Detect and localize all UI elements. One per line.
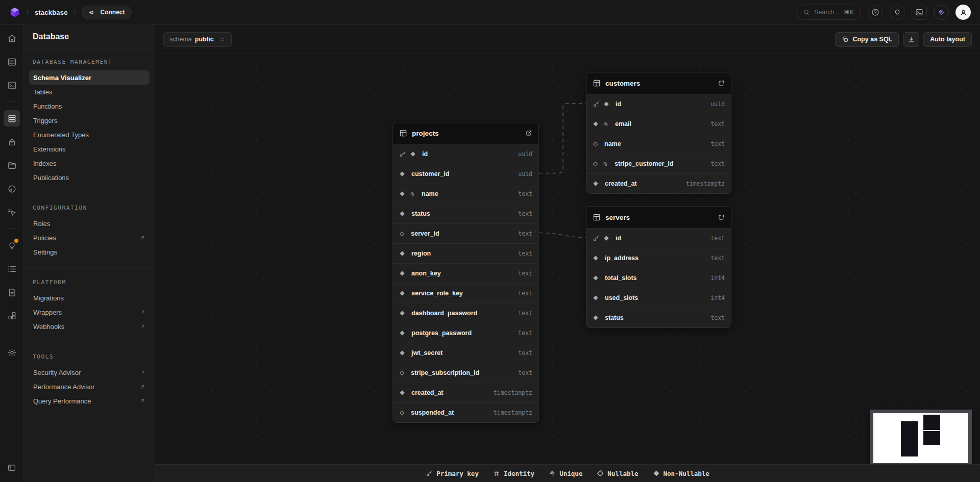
column-row-status[interactable]: status text	[586, 308, 731, 327]
column-type: text	[518, 310, 532, 317]
sidebar-item-tables[interactable]: Tables	[29, 85, 150, 99]
rail-item-advisors-lightbulb[interactable]	[4, 237, 20, 253]
sidebar-item-extensions[interactable]: Extensions	[29, 142, 150, 156]
rail-item-reports-file[interactable]	[4, 284, 20, 300]
auto-layout-button[interactable]: Auto layout	[923, 32, 972, 47]
rail-item-collapse-panel[interactable]	[4, 460, 20, 476]
external-link-icon[interactable]	[718, 80, 725, 87]
table-node-servers[interactable]: servers id text ip_address text total_sl…	[586, 206, 731, 328]
nonnullable-diamond-icon	[399, 171, 405, 177]
column-type: uuid	[518, 150, 532, 158]
primary-key-icon	[426, 470, 433, 477]
legend-item-unique: Unique	[549, 470, 582, 477]
rail-item-table-editor[interactable]	[4, 54, 20, 70]
nullable-diamond-icon	[593, 161, 598, 167]
rail-item-auth-lock[interactable]	[4, 134, 20, 150]
column-row-service_role_key[interactable]: service_role_key text	[393, 283, 538, 303]
minimap[interactable]	[870, 410, 972, 467]
sidebar-item-publications[interactable]: Publications	[29, 170, 150, 185]
sidebar-item-policies[interactable]: Policies	[29, 231, 150, 245]
table-node-header[interactable]: customers	[586, 72, 731, 94]
schema-canvas[interactable]: schema public Copy as SQL Auto layout pr…	[155, 25, 980, 482]
home-icon	[7, 34, 17, 43]
download-button[interactable]	[903, 32, 919, 47]
sidebar-item-schema-visualizer[interactable]: Schema Visualizer	[29, 70, 150, 85]
nonnullable-diamond-icon	[399, 211, 405, 217]
table-node-header[interactable]: servers	[586, 207, 731, 228]
sidebar-section: CONFIGURATIONRolesPoliciesSettings	[24, 194, 155, 259]
column-row-stripe_subscription_id[interactable]: stripe_subscription_id text	[393, 363, 538, 383]
sidebar-item-migrations[interactable]: Migrations	[29, 291, 150, 305]
column-row-region[interactable]: region text	[393, 243, 538, 263]
column-row-created_at[interactable]: created_at timestamptz	[586, 173, 731, 193]
sidebar-item-security-advisor[interactable]: Security Advisor	[29, 365, 150, 379]
column-row-customer_id[interactable]: customer_id uuid	[393, 164, 538, 184]
column-row-total_slots[interactable]: total_slots int4	[586, 268, 731, 288]
sidebar-item-enumerated-types[interactable]: Enumerated Types	[29, 128, 150, 142]
table-node-header[interactable]: projects	[393, 122, 538, 144]
sidebar-item-query-performance[interactable]: Query Performance	[29, 394, 150, 408]
column-row-created_at[interactable]: created_at timestamptz	[393, 383, 538, 402]
sidebar-item-wrappers[interactable]: Wrappers	[29, 305, 150, 319]
rail-item-settings-gear[interactable]	[4, 344, 20, 361]
column-row-ip_address[interactable]: ip_address text	[586, 248, 731, 268]
column-row-id[interactable]: id text	[586, 228, 731, 248]
copy-as-sql-button[interactable]: Copy as SQL	[835, 32, 899, 47]
table-name: projects	[412, 130, 439, 137]
search-input[interactable]: Search... ⌘K	[796, 5, 861, 20]
column-row-server_id[interactable]: server_id text	[393, 223, 538, 243]
sidebar-item-settings[interactable]: Settings	[29, 245, 150, 259]
column-type: text	[518, 230, 532, 237]
rail-item-home[interactable]	[4, 30, 20, 46]
column-row-name[interactable]: name text	[393, 184, 538, 204]
column-row-id[interactable]: id uuid	[393, 144, 538, 164]
column-type: text	[518, 250, 532, 257]
sidebar-item-webhooks[interactable]: Webhooks	[29, 319, 150, 334]
sidebar-item-roles[interactable]: Roles	[29, 216, 150, 231]
lightbulb-button[interactable]	[890, 5, 905, 20]
table-node-customers[interactable]: customers id uuid email text name text s…	[586, 72, 731, 194]
column-row-suspended_at[interactable]: suspended_at timestamptz	[393, 402, 538, 422]
rail-item-storage-folder[interactable]	[4, 157, 20, 173]
rail-item-database[interactable]	[4, 110, 20, 126]
help-button[interactable]	[868, 5, 883, 20]
column-row-email[interactable]: email text	[586, 114, 731, 134]
column-row-anon_key[interactable]: anon_key text	[393, 263, 538, 283]
breadcrumb-project-name[interactable]: stackbase	[35, 9, 68, 16]
sidebar-item-functions[interactable]: Functions	[29, 99, 150, 113]
rail-item-edge-functions[interactable]	[4, 181, 20, 197]
rail-item-sql-editor[interactable]	[4, 77, 20, 93]
sidebar-item-performance-advisor[interactable]: Performance Advisor	[29, 379, 150, 394]
purple-diamond-button[interactable]	[934, 5, 949, 20]
column-row-used_slots[interactable]: used_slots int4	[586, 288, 731, 308]
sidebar-item-indexes[interactable]: Indexes	[29, 156, 150, 170]
column-name: created_at	[605, 180, 637, 187]
column-row-status[interactable]: status text	[393, 204, 538, 223]
primary-key-icon	[399, 150, 406, 158]
external-link-icon[interactable]	[525, 130, 532, 137]
sidebar-section: PLATFORMMigrationsWrappersWebhooks	[24, 268, 155, 334]
rail-item-realtime-cursor[interactable]	[4, 204, 20, 220]
column-name: service_role_key	[411, 290, 463, 297]
rail-item-logs-list[interactable]	[4, 261, 20, 277]
column-type: timestamptz	[494, 409, 532, 416]
connect-button[interactable]: Connect	[82, 6, 132, 19]
nullable-diamond-icon	[593, 141, 598, 147]
schema-select[interactable]: schema public	[163, 32, 232, 47]
column-type: text	[710, 235, 725, 242]
column-row-id[interactable]: id uuid	[586, 94, 731, 114]
top-header: / stackbase / Connect Search... ⌘K	[0, 0, 980, 25]
user-avatar[interactable]	[955, 5, 971, 20]
terminal-button[interactable]	[912, 5, 927, 20]
rail-item-integrations-blocks[interactable]	[4, 308, 20, 324]
column-row-name[interactable]: name text	[586, 134, 731, 154]
table-node-projects[interactable]: projects id uuid customer_id uuid name t…	[393, 122, 539, 423]
app-logo-cube-icon[interactable]	[9, 7, 20, 18]
chevron-up-down-icon	[219, 36, 226, 43]
column-row-dashboard_password[interactable]: dashboard_password text	[393, 303, 538, 323]
external-link-icon[interactable]	[718, 214, 725, 221]
column-row-postgres_password[interactable]: postgres_password text	[393, 323, 538, 343]
sidebar-item-triggers[interactable]: Triggers	[29, 113, 150, 128]
column-row-jwt_secret[interactable]: jwt_secret text	[393, 343, 538, 363]
column-row-stripe_customer_id[interactable]: stripe_customer_id text	[586, 154, 731, 173]
